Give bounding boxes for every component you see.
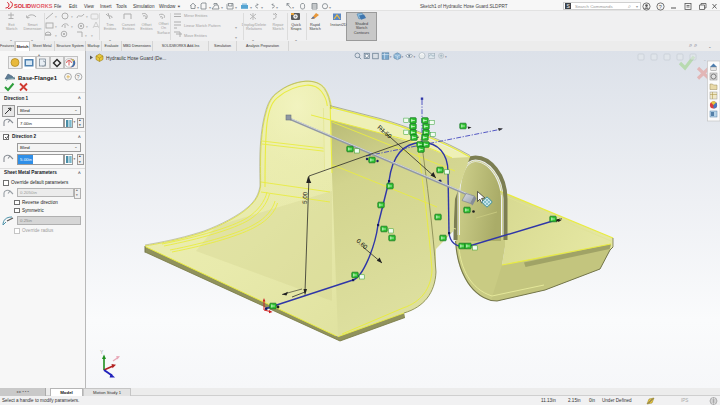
svg-text:SOLIDWORKS: SOLIDWORKS xyxy=(14,3,53,9)
svg-text:▾: ▾ xyxy=(445,55,447,59)
svg-text:▾: ▾ xyxy=(71,15,73,19)
svg-text:▾: ▾ xyxy=(292,5,294,10)
svg-text:▾: ▾ xyxy=(85,34,87,38)
svg-text:Hydraulic Hose Guard (De...: Hydraulic Hose Guard (De... xyxy=(106,56,166,61)
svg-text:▾: ▾ xyxy=(197,5,199,10)
svg-text:▾: ▾ xyxy=(209,5,211,10)
svg-text:▾: ▾ xyxy=(71,25,73,29)
svg-text:▾: ▾ xyxy=(55,25,57,29)
svg-text:▾: ▾ xyxy=(221,5,223,10)
svg-text:▾: ▾ xyxy=(276,5,278,10)
svg-text:▾: ▾ xyxy=(329,5,331,10)
svg-text:▾: ▾ xyxy=(55,34,57,38)
svg-text:▾: ▾ xyxy=(250,5,252,10)
svg-text:▾: ▾ xyxy=(390,55,392,59)
svg-text:▾: ▾ xyxy=(235,5,237,10)
svg-text:5.00: 5.00 xyxy=(301,191,309,204)
svg-text:▾: ▾ xyxy=(86,15,88,19)
svg-text:?: ? xyxy=(77,74,80,80)
svg-text:Base-Flange1: Base-Flange1 xyxy=(18,75,58,81)
svg-text:▾: ▾ xyxy=(402,55,404,59)
svg-text:?: ? xyxy=(659,4,662,10)
svg-text:▾: ▾ xyxy=(55,15,57,19)
svg-text:▾: ▾ xyxy=(91,34,93,38)
svg-text:▾: ▾ xyxy=(414,55,416,59)
svg-text:▾: ▾ xyxy=(261,5,263,10)
svg-text:▾: ▾ xyxy=(86,25,88,29)
